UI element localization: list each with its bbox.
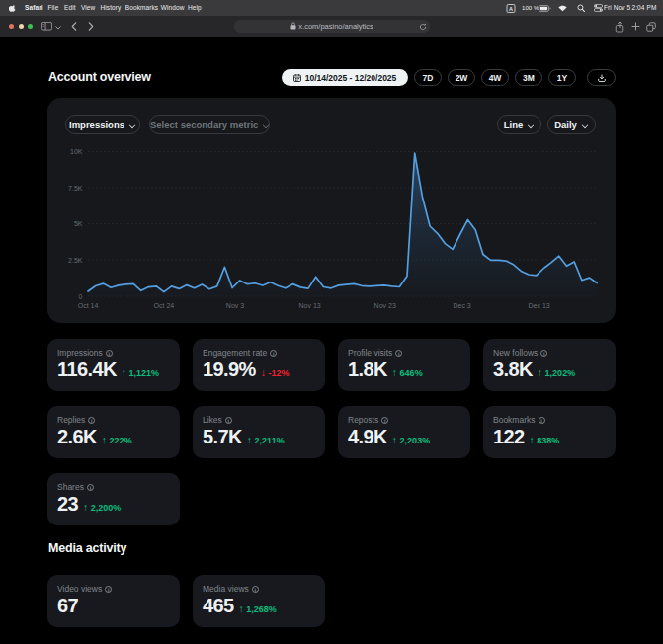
svg-text:10K: 10K [70, 148, 83, 155]
svg-text:7.5K: 7.5K [68, 185, 83, 192]
svg-text:Dec 3: Dec 3 [453, 302, 470, 309]
svg-text:Oct 24: Oct 24 [154, 302, 175, 309]
svg-text:0: 0 [79, 293, 83, 300]
svg-text:2.5K: 2.5K [68, 257, 83, 264]
svg-text:Oct 14: Oct 14 [78, 302, 99, 309]
svg-text:Nov 23: Nov 23 [374, 302, 396, 309]
svg-text:Nov 3: Nov 3 [226, 302, 244, 309]
svg-text:Nov 13: Nov 13 [299, 302, 321, 309]
svg-text:5K: 5K [74, 220, 83, 227]
svg-text:A: A [509, 5, 513, 11]
svg-text:Dec 13: Dec 13 [529, 302, 550, 309]
